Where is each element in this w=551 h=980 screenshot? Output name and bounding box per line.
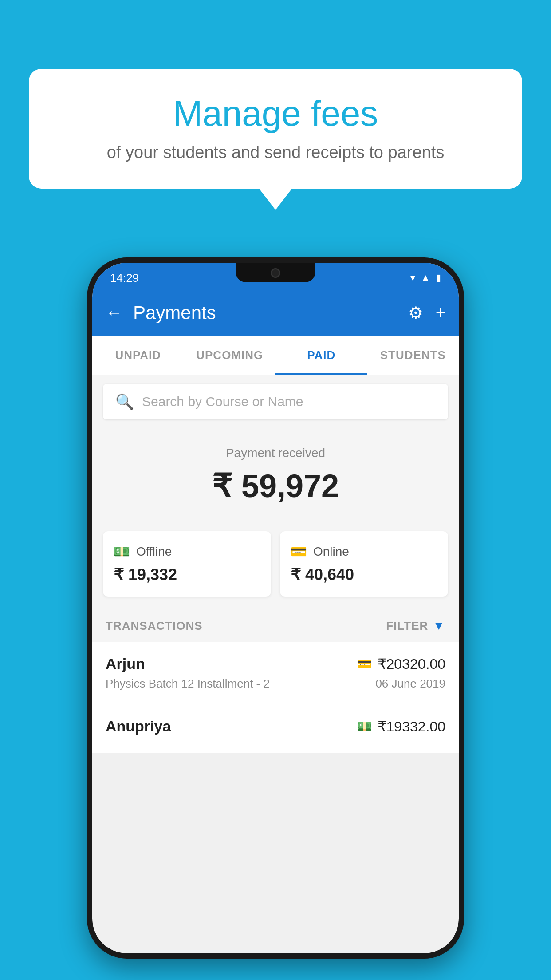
payment-received-label: Payment received xyxy=(103,446,448,460)
table-row[interactable]: Arjun 💳 ₹20320.00 Physics Batch 12 Insta… xyxy=(92,642,459,704)
app-bar: ← Payments ⚙ + xyxy=(92,289,459,336)
transaction-amount-wrap-1: 💳 ₹20320.00 xyxy=(357,656,445,672)
tab-upcoming[interactable]: UPCOMING xyxy=(184,336,276,375)
cash-icon: 💵 xyxy=(114,544,130,559)
transaction-row-1: Arjun 💳 ₹20320.00 xyxy=(106,655,445,672)
phone-camera xyxy=(271,268,280,278)
filter-icon: ▼ xyxy=(433,619,445,633)
status-time: 14:29 xyxy=(110,271,139,285)
offline-card-header: 💵 Offline xyxy=(114,544,260,559)
transaction-row-2: Anupriya 💵 ₹19332.00 xyxy=(106,718,445,735)
filter-button[interactable]: FILTER ▼ xyxy=(386,619,445,633)
settings-icon[interactable]: ⚙ xyxy=(408,303,423,323)
app-bar-actions: ⚙ + xyxy=(408,303,445,323)
back-button[interactable]: ← xyxy=(106,303,122,322)
search-box[interactable]: 🔍 Search by Course or Name xyxy=(103,384,448,419)
transaction-date-1: 06 June 2019 xyxy=(375,677,445,691)
phone-notch xyxy=(236,263,315,282)
offline-payment-card: 💵 Offline ₹ 19,332 xyxy=(103,531,271,597)
tab-unpaid[interactable]: UNPAID xyxy=(92,336,184,375)
online-payment-card: 💳 Online ₹ 40,640 xyxy=(280,531,448,597)
online-label: Online xyxy=(313,545,349,559)
phone-volume-button xyxy=(87,378,90,409)
online-card-header: 💳 Online xyxy=(291,544,437,559)
speech-bubble-title: Manage fees xyxy=(55,93,496,134)
transaction-detail-row-1: Physics Batch 12 Installment - 2 06 June… xyxy=(106,677,445,691)
phone-device: 14:29 ▾ ▲ ▮ ← Payments ⚙ + UNPAID UPCOMI… xyxy=(87,257,464,959)
transaction-name-2: Anupriya xyxy=(106,718,171,735)
transaction-amount-2: ₹19332.00 xyxy=(378,718,445,735)
speech-bubble-container: Manage fees of your students and send re… xyxy=(29,69,522,189)
wifi-icon: ▾ xyxy=(410,272,415,284)
payment-section: Payment received ₹ 59,972 xyxy=(92,428,459,531)
offline-amount: ₹ 19,332 xyxy=(114,565,260,584)
status-icons: ▾ ▲ ▮ xyxy=(410,272,441,284)
search-container: 🔍 Search by Course or Name xyxy=(92,375,459,428)
speech-bubble: Manage fees of your students and send re… xyxy=(29,69,522,189)
tabs-bar: UNPAID UPCOMING PAID STUDENTS xyxy=(92,336,459,375)
tab-students[interactable]: STUDENTS xyxy=(367,336,459,375)
app-bar-title: Payments xyxy=(133,302,398,324)
transactions-label: TRANSACTIONS xyxy=(106,619,203,633)
phone-screen: 14:29 ▾ ▲ ▮ ← Payments ⚙ + UNPAID UPCOMI… xyxy=(92,263,459,953)
cash-payment-icon-2: 💵 xyxy=(357,719,372,734)
transaction-amount-1: ₹20320.00 xyxy=(378,656,445,672)
battery-icon: ▮ xyxy=(436,272,441,284)
transaction-name-1: Arjun xyxy=(106,655,145,672)
transaction-course-1: Physics Batch 12 Installment - 2 xyxy=(106,677,270,691)
online-amount: ₹ 40,640 xyxy=(291,565,437,584)
payment-total-amount: ₹ 59,972 xyxy=(103,467,448,505)
offline-label: Offline xyxy=(136,545,172,559)
filter-label: FILTER xyxy=(386,619,428,633)
phone-power-button xyxy=(461,360,464,409)
card-icon: 💳 xyxy=(291,544,307,559)
search-input[interactable]: Search by Course or Name xyxy=(142,394,303,409)
transaction-amount-wrap-2: 💵 ₹19332.00 xyxy=(357,718,445,735)
tab-paid[interactable]: PAID xyxy=(276,336,367,375)
card-payment-icon-1: 💳 xyxy=(357,656,372,671)
transactions-header: TRANSACTIONS FILTER ▼ xyxy=(92,610,459,642)
signal-icon: ▲ xyxy=(421,272,430,284)
table-row[interactable]: Anupriya 💵 ₹19332.00 xyxy=(92,704,459,753)
speech-bubble-subtitle: of your students and send receipts to pa… xyxy=(55,143,496,162)
search-icon: 🔍 xyxy=(115,393,134,411)
add-icon[interactable]: + xyxy=(436,303,445,322)
transaction-list: Arjun 💳 ₹20320.00 Physics Batch 12 Insta… xyxy=(92,642,459,753)
payment-cards: 💵 Offline ₹ 19,332 💳 Online ₹ 40,640 xyxy=(92,531,459,610)
